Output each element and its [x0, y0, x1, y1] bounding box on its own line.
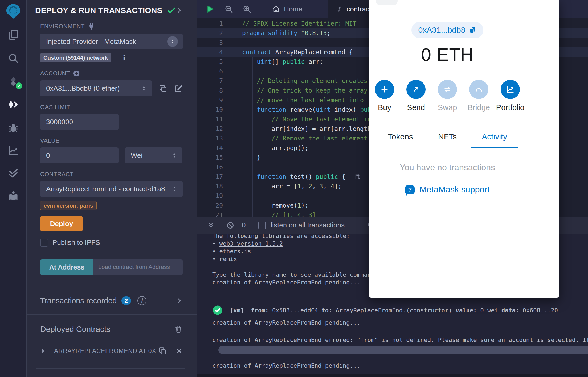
sidebar-item-remix-logo[interactable] [0, 2, 26, 21]
add-account-icon[interactable] [73, 70, 80, 77]
deployed-contract-expand-chevron-icon[interactable] [40, 348, 47, 354]
transactions-recorded-row[interactable]: Transactions recorded 2 i [40, 292, 183, 309]
listen-transactions-label: listen on all transactions [271, 221, 344, 229]
value-unit-select[interactable]: Wei [125, 147, 182, 163]
copy-address-icon [468, 26, 476, 34]
sidebar-item-file-explorer[interactable] [0, 26, 26, 44]
mm-portfolio-icon [506, 85, 515, 94]
tab-home[interactable]: Home [265, 0, 309, 18]
clear-deployed-trash-icon[interactable] [174, 325, 183, 333]
tx-success-check-icon [212, 305, 223, 316]
code-text: function test() public { [236, 172, 361, 181]
sidebar-item-unit-testing[interactable] [0, 164, 26, 183]
contract-stepper-icon[interactable] [172, 186, 178, 192]
buy-action-button[interactable]: Buy [372, 80, 397, 112]
metamask-topbar [369, 0, 559, 14]
sidebar-item-solidity-compiler[interactable] [0, 72, 26, 91]
terminal-log-line: creation of ArrayReplaceFromEnd errored:… [212, 336, 588, 344]
metamask-network-pill[interactable] [376, 0, 398, 5]
clear-console-block-icon[interactable] [226, 221, 234, 229]
line-number: 20 [197, 201, 236, 210]
sidebar-item-learneth[interactable] [0, 187, 26, 205]
metamask-support-link[interactable]: ? MetaMask support [405, 185, 489, 194]
deploy-button[interactable]: Deploy [40, 216, 83, 231]
action-label: Portfolio [496, 103, 524, 112]
transactions-expand-chevron-icon[interactable] [176, 297, 183, 304]
portfolio-action-button[interactable]: Portfolio [498, 80, 523, 112]
support-question-icon: ? [405, 185, 415, 194]
code-text [236, 67, 242, 76]
publish-to-ipfs-row[interactable]: Publish to IPFS [40, 238, 183, 247]
value-input[interactable] [40, 147, 119, 163]
line-number: 8 [197, 86, 236, 95]
network-badge: Custom (59144) network [40, 53, 111, 62]
account-stepper-icon[interactable] [141, 85, 147, 92]
account-value: 0xA31...Bbdb8 (0 ether) [46, 84, 141, 93]
at-address-button[interactable]: At Address [40, 259, 93, 275]
gas-estimate-icon[interactable] [354, 173, 361, 180]
sidebar-item-search[interactable] [0, 49, 26, 68]
environment-stepper-icon[interactable] [167, 36, 178, 47]
line-number: 14 [197, 143, 236, 153]
pending-tx-count: 0 [242, 221, 246, 229]
code-text: // Remove the last element [236, 134, 368, 143]
contract-value: ArrayReplaceFromEnd - contract-d1a8 [46, 185, 172, 193]
send-action-button[interactable]: Send [403, 80, 428, 112]
code-text: function remove(uint index) public { [236, 105, 390, 114]
terminal-horizontal-scrollbar[interactable] [218, 346, 588, 354]
sidebar-item-deploy-run[interactable] [0, 95, 26, 114]
metamask-support-label: MetaMask support [419, 185, 489, 194]
code-text [236, 162, 242, 172]
sidebar-item-debugger[interactable] [0, 118, 26, 137]
tab-nfts[interactable]: NFTs [424, 132, 471, 148]
at-address-input[interactable] [93, 259, 183, 275]
remove-contract-x-icon[interactable] [176, 347, 183, 354]
edit-account-icon[interactable] [174, 84, 183, 93]
listen-transactions-checkbox[interactable] [258, 222, 266, 229]
contract-select[interactable]: ArrayReplaceFromEnd - contract-d1a8 [40, 181, 183, 197]
account-select[interactable]: 0xA31...Bbdb8 (0 ether) [40, 80, 152, 96]
environment-label: ENVIRONMENT [40, 23, 85, 30]
sidebar-item-analytics[interactable] [0, 141, 26, 160]
indent-guide [252, 57, 253, 218]
value-unit-stepper-icon[interactable] [171, 152, 178, 159]
terminal-bottom-strip [197, 374, 588, 377]
account-address-pill[interactable]: 0xA31...bdb8 [411, 22, 484, 38]
copy-contract-address-icon[interactable] [158, 347, 167, 355]
zoom-out-icon[interactable] [224, 5, 233, 14]
vm-transaction-log[interactable]: [vm] from: 0x5B3...eddC4 to: ArrayReplac… [212, 305, 588, 316]
publish-to-ipfs-checkbox[interactable] [40, 239, 48, 247]
home-icon [272, 5, 280, 13]
contract-label: CONTRACT [40, 171, 74, 178]
tab-activity[interactable]: Activity [471, 132, 518, 148]
account-address: 0xA31...bdb8 [418, 26, 466, 35]
copy-account-icon[interactable] [159, 84, 167, 93]
learneth-icon [7, 190, 19, 202]
zoom-in-icon[interactable] [242, 5, 251, 14]
gas-limit-input[interactable] [40, 114, 119, 130]
swap-action-button[interactable]: Swap [435, 80, 460, 112]
line-number: 5 [197, 57, 236, 67]
line-number: 2 [197, 28, 236, 38]
run-script-play-icon[interactable] [205, 4, 215, 14]
environment-select[interactable]: Injected Provider - MetaMask [40, 34, 183, 49]
environment-value: Injected Provider - MetaMask [46, 38, 167, 46]
line-number: 3 [197, 38, 236, 47]
terminal-expand-icon[interactable] [207, 222, 215, 229]
line-number: 19 [197, 191, 236, 201]
deploy-run-icon [7, 98, 19, 111]
plug-icon[interactable] [87, 22, 95, 30]
bridge-action-button[interactable]: Bridge [466, 80, 491, 112]
line-number: 12 [197, 124, 236, 134]
evm-version-badge: evm version: paris [40, 201, 97, 210]
code-text: arr = [1, 2, 3, 4]; [236, 181, 342, 191]
plugin-icon-sidebar [0, 0, 27, 377]
code-text: arr.pop(); [236, 143, 308, 153]
metamask-popup: 0xA31...bdb8 0 ETH BuySendSwapBridgePort… [369, 0, 559, 298]
transactions-recorded-label: Transactions recorded [40, 296, 117, 305]
transactions-count-badge: 2 [121, 296, 131, 305]
tab-tokens[interactable]: Tokens [377, 132, 424, 148]
transactions-info-icon[interactable]: i [137, 296, 146, 305]
action-label: Send [407, 103, 425, 112]
panel-collapse-chevron-icon[interactable] [176, 7, 183, 14]
